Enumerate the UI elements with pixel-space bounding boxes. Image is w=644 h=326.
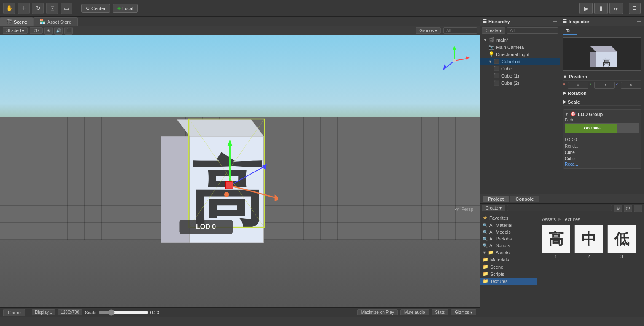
project-filter-button[interactable]: ⊕ bbox=[614, 205, 622, 212]
all-material-label: All Material bbox=[489, 223, 512, 228]
scene-viewport[interactable]: Jolo 高 bbox=[0, 35, 480, 307]
hierarchy-title: Hierarchy bbox=[488, 19, 510, 24]
project-search-input[interactable] bbox=[507, 205, 612, 211]
textures-item[interactable]: 📁 Textures bbox=[480, 278, 537, 285]
favorites-label: Favorites bbox=[489, 216, 508, 221]
tab-console[interactable]: Console bbox=[510, 196, 539, 202]
scale-tool-button[interactable]: ⊡ bbox=[46, 3, 58, 14]
rect-tool-button[interactable]: ▭ bbox=[61, 3, 72, 14]
cube1-icon: ⬛ bbox=[494, 73, 499, 78]
texture-name-3: 3 bbox=[620, 254, 623, 259]
tree-item-main[interactable]: ▼ 🎬 main* bbox=[480, 36, 560, 43]
lod-group-bar[interactable]: LOD 100% bbox=[565, 123, 639, 133]
all-models-item[interactable]: 🔍 All Models bbox=[480, 229, 537, 235]
gizmos-button[interactable]: Gizmos ▾ bbox=[416, 27, 441, 34]
scene-fx-button[interactable]: ⬛ bbox=[64, 27, 73, 35]
stats-button[interactable]: Stats bbox=[432, 309, 449, 315]
project-label-button[interactable]: 🏷 bbox=[624, 205, 632, 212]
display-dropdown[interactable]: Display 1 bbox=[32, 309, 55, 315]
tree-item-light[interactable]: 💡 Directional Light bbox=[480, 51, 560, 58]
maximize-on-play-button[interactable]: Maximize on Play bbox=[357, 309, 398, 315]
search-icon-models: 🔍 bbox=[483, 230, 488, 234]
assets-header[interactable]: ▼ 📁 Assets bbox=[480, 249, 537, 256]
hierarchy-create-dropdown[interactable]: Create ▾ bbox=[482, 27, 505, 34]
svg-text:高: 高 bbox=[602, 58, 611, 67]
top-right: ☰ Hierarchy — Create ▾ ▼ 🎬 main* bbox=[480, 17, 644, 194]
scene-item[interactable]: 📁 Scene bbox=[480, 263, 537, 270]
tab-scene[interactable]: 🎬 Scene bbox=[0, 17, 33, 26]
center-button[interactable]: ⊕ Center bbox=[81, 4, 110, 13]
rotate-tool-button[interactable]: ↻ bbox=[32, 3, 44, 14]
scene-audio-button[interactable]: 🔊 bbox=[54, 27, 63, 35]
all-scripts-label: All Scripts bbox=[489, 243, 510, 248]
project-more-button[interactable]: ⋯ bbox=[634, 205, 642, 212]
step-button[interactable]: ⏭ bbox=[609, 3, 623, 14]
pos-y-field[interactable]: 0 bbox=[594, 82, 615, 89]
texture-item-3[interactable]: 低 3 bbox=[607, 225, 636, 259]
scene-light-button[interactable]: ☀ bbox=[44, 27, 53, 35]
lod-group-icon: 🎯 bbox=[570, 111, 576, 117]
hand-tool-button[interactable]: ✋ bbox=[3, 3, 15, 14]
scale-slider[interactable] bbox=[98, 309, 149, 316]
tree-item-cube1[interactable]: ⬛ Cube (1) bbox=[480, 72, 560, 79]
tree-item-cube[interactable]: ⬛ Cube bbox=[480, 65, 560, 72]
all-scripts-item[interactable]: 🔍 All Scripts bbox=[480, 242, 537, 249]
texture-name-1: 1 bbox=[555, 254, 557, 259]
project-content: Assets ▶ Textures 高 1 中 2 bbox=[537, 213, 644, 317]
assets-expand-icon: ▼ bbox=[483, 251, 486, 255]
svg-line-2 bbox=[454, 59, 467, 61]
breadcrumb-assets: Assets bbox=[542, 217, 556, 222]
materials-item[interactable]: 📁 Materials bbox=[480, 256, 537, 263]
tree-item-camera[interactable]: 📷 Main Camera bbox=[480, 43, 560, 51]
hierarchy-minimize[interactable]: — bbox=[553, 19, 557, 24]
local-button[interactable]: ◈ Local bbox=[113, 4, 138, 13]
scene-toolbar-right: Gizmos ▾ bbox=[416, 27, 477, 34]
svg-marker-15 bbox=[177, 120, 263, 136]
pause-button[interactable]: ⏸ bbox=[594, 3, 608, 14]
tab-scene-label: Scene bbox=[14, 19, 27, 24]
tree-expand-main: ▼ bbox=[483, 38, 487, 42]
all-prefabs-item[interactable]: 🔍 All Prefabs bbox=[480, 235, 537, 242]
mute-audio-button[interactable]: Mute audio bbox=[400, 309, 429, 315]
game-gizmos-button[interactable]: Gizmos ▾ bbox=[451, 309, 476, 315]
tab-asset-store[interactable]: 🏪 Asset Store bbox=[33, 17, 78, 26]
texture-item-1[interactable]: 高 1 bbox=[541, 225, 571, 259]
scene-tab-bar: 🎬 Scene 🏪 Asset Store bbox=[0, 17, 480, 26]
2d-button[interactable]: 2D bbox=[30, 27, 43, 34]
search-icon-prefabs: 🔍 bbox=[483, 237, 488, 241]
texture-item-2[interactable]: 中 2 bbox=[574, 225, 604, 259]
project-create-dropdown[interactable]: Create ▾ bbox=[482, 205, 505, 211]
inspector-minimize[interactable]: — bbox=[637, 19, 641, 24]
hierarchy-panel: ☰ Hierarchy — Create ▾ ▼ 🎬 main* bbox=[480, 17, 560, 194]
tree-item-cube2[interactable]: ⬛ Cube (2) bbox=[480, 79, 560, 86]
lod-badge: LOD 0 bbox=[179, 220, 233, 234]
scene-search-input[interactable] bbox=[443, 27, 477, 34]
shading-dropdown[interactable]: Shaded ▾ bbox=[3, 27, 28, 34]
tree-item-cubelod[interactable]: ▼ ⬛ CubeLod bbox=[480, 58, 560, 65]
top-right-menu-button[interactable]: ☰ bbox=[629, 3, 641, 14]
texture-grid: 高 1 中 2 低 3 bbox=[539, 223, 641, 261]
toolbar-sep-1 bbox=[77, 3, 77, 13]
project-body: ★ Favorites 🔍 All Material 🔍 All Models … bbox=[480, 213, 644, 317]
hierarchy-search-input[interactable] bbox=[507, 27, 558, 34]
inspector-tab-transform[interactable]: Ta... bbox=[563, 28, 577, 35]
tree-expand-cubelod: ▼ bbox=[488, 59, 492, 64]
play-button[interactable]: ▶ bbox=[579, 3, 593, 14]
favorites-header[interactable]: ★ Favorites bbox=[480, 214, 537, 222]
move-tool-button[interactable]: ✛ bbox=[18, 3, 30, 14]
tab-project[interactable]: Project bbox=[483, 196, 509, 202]
breadcrumb-textures: Textures bbox=[563, 217, 580, 222]
tab-game[interactable]: Game bbox=[3, 309, 25, 316]
search-icon-material: 🔍 bbox=[483, 223, 488, 228]
pos-x-field[interactable]: 0 bbox=[568, 82, 588, 89]
svg-marker-1 bbox=[453, 46, 456, 50]
resolution-dropdown[interactable]: 1280x700 bbox=[58, 309, 82, 315]
all-material-item[interactable]: 🔍 All Material bbox=[480, 222, 537, 229]
pos-z-field[interactable]: 0 bbox=[621, 82, 641, 89]
cube-label-2: Cube bbox=[565, 156, 575, 161]
project-minimize[interactable]: — bbox=[637, 197, 641, 201]
scale-value: 0.23: bbox=[150, 310, 161, 315]
recalculate-button[interactable]: Reca... bbox=[565, 162, 639, 167]
textures-label: Textures bbox=[490, 279, 508, 284]
scripts-item[interactable]: 📁 Scripts bbox=[480, 270, 537, 278]
